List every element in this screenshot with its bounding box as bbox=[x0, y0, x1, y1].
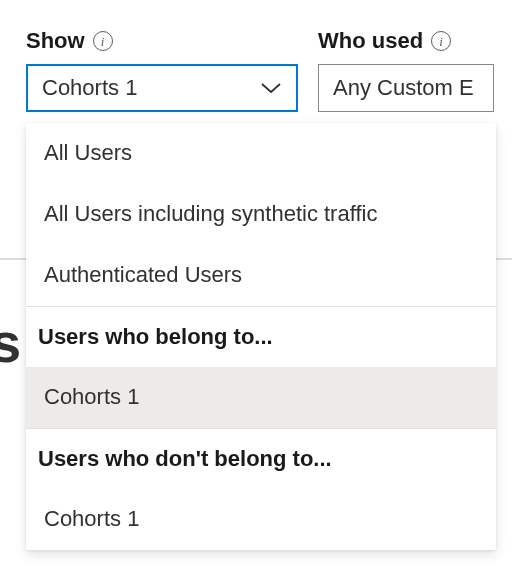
info-icon[interactable]: i bbox=[431, 31, 451, 51]
who-used-label: Who used bbox=[318, 28, 423, 54]
who-used-select[interactable]: Any Custom E bbox=[318, 64, 494, 112]
show-label: Show bbox=[26, 28, 85, 54]
chevron-down-icon bbox=[260, 81, 282, 95]
show-label-row: Show i bbox=[26, 28, 298, 54]
who-used-label-row: Who used i bbox=[318, 28, 494, 54]
who-used-field: Who used i Any Custom E bbox=[318, 28, 494, 112]
filter-row: Show i Cohorts 1 Who used i Any Custom E bbox=[0, 0, 512, 112]
dropdown-item-authenticated[interactable]: Authenticated Users bbox=[26, 245, 496, 306]
show-select-value: Cohorts 1 bbox=[42, 75, 137, 101]
info-icon[interactable]: i bbox=[93, 31, 113, 51]
who-used-select-value: Any Custom E bbox=[333, 75, 474, 101]
dropdown-item-cohorts-1-belong[interactable]: Cohorts 1 bbox=[26, 367, 496, 428]
dropdown-item-all-users[interactable]: All Users bbox=[26, 123, 496, 184]
show-field: Show i Cohorts 1 bbox=[26, 28, 298, 112]
dropdown-header-belong: Users who belong to... bbox=[26, 306, 496, 367]
show-dropdown: All Users All Users including synthetic … bbox=[26, 123, 496, 550]
background-letter: s bbox=[0, 310, 21, 375]
show-select[interactable]: Cohorts 1 bbox=[26, 64, 298, 112]
dropdown-header-not-belong: Users who don't belong to... bbox=[26, 428, 496, 489]
dropdown-item-cohorts-1-not-belong[interactable]: Cohorts 1 bbox=[26, 489, 496, 550]
dropdown-item-all-users-synthetic[interactable]: All Users including synthetic traffic bbox=[26, 184, 496, 245]
